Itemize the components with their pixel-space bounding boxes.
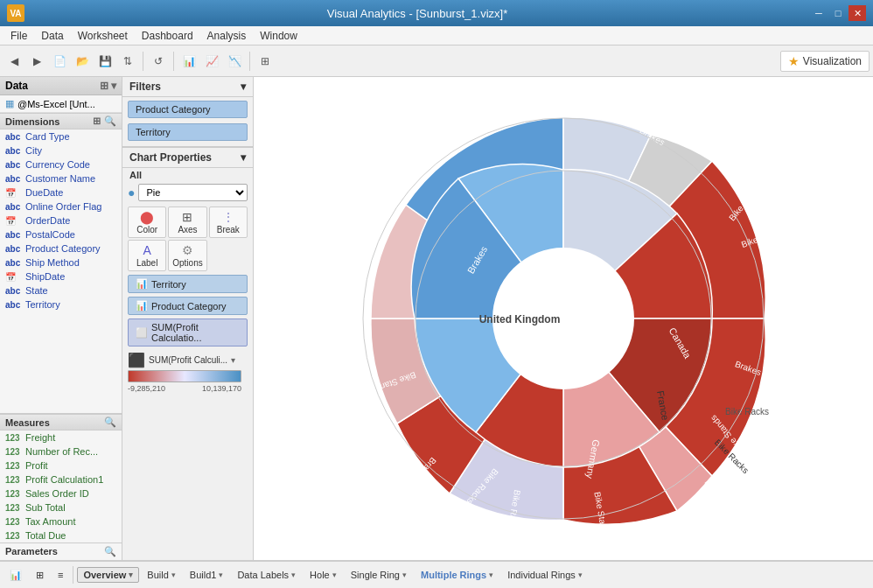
dim-territory[interactable]: abc Territory [0,298,122,312]
visualization-button[interactable]: ★ Visualization [780,51,870,72]
dim-currency-code[interactable]: abc Currency Code [0,158,122,172]
chart3-button[interactable]: 📉 [224,51,245,72]
menu-worksheet[interactable]: Worksheet [71,28,135,44]
forward-button[interactable]: ▶ [26,51,47,72]
filter-button[interactable]: ⊞ [255,51,276,72]
menu-file[interactable]: File [3,28,34,44]
refresh-button[interactable]: ↺ [148,51,169,72]
tab-build-chevron: ▾ [171,570,176,579]
dim-customer-name[interactable]: abc Customer Name [0,172,122,186]
measures-section-header: Measures 🔍 [0,414,122,430]
dim-product-category[interactable]: abc Product Category [0,242,122,256]
filter-product-category[interactable]: Product Category [128,101,248,118]
dim-name: Currency Code [25,159,90,170]
tab-overview[interactable]: Overview ▾ [77,567,139,583]
axes-icon: ⊞ [182,210,192,224]
mea-name: Profit [25,460,48,471]
options-button[interactable]: ⚙ Options [168,240,206,271]
data-source-item[interactable]: ▦ @Ms-Excel [Unt... [0,95,122,113]
mea-num-rec[interactable]: 123 Number of Rec... [0,444,122,458]
tab-data-labels[interactable]: Data Labels ▾ [231,567,302,583]
tab-overview-label: Overview [83,570,126,580]
mea-profit-calc[interactable]: 123 Profit Calculation1 [0,472,122,486]
shelf-territory-label: Territory [151,279,186,290]
menu-analysis[interactable]: Analysis [200,28,254,44]
mea-type-icon: 123 [5,517,23,527]
color-button[interactable]: ⬤ Color [128,206,166,238]
bottom-list-icon[interactable]: ≡ [52,567,69,583]
left-panel: Data ⊞ ▾ ▦ @Ms-Excel [Unt... Dimensions … [0,77,122,560]
minimize-button[interactable]: ─ [810,5,828,21]
shelf-product-category[interactable]: 📊 Product Category [128,297,248,315]
mea-sales-order[interactable]: 123 Sales Order ID [0,486,122,500]
dim-duedate[interactable]: 📅 DueDate [0,186,122,200]
panel-chevron-icon[interactable]: ▾ [111,80,116,92]
dim-name: Ship Method [25,257,80,268]
menu-window[interactable]: Window [253,28,304,44]
sort-button[interactable]: ⇅ [117,51,138,72]
color-scale-dropdown[interactable]: ▾ [231,355,235,365]
bottom-chart-icon2[interactable]: ⊞ [30,567,50,584]
parameters-section[interactable]: Parameters 🔍 [0,542,122,560]
chart-props-dropdown-icon[interactable]: ▾ [241,151,246,164]
mea-name: Tax Amount [25,516,75,527]
color-scale-bar [128,370,241,382]
color-icon: ⬤ [140,210,154,224]
panel-grid-icon[interactable]: ⊞ [100,80,108,92]
dim-name: Product Category [25,243,101,254]
filter-territory[interactable]: Territory [128,123,248,141]
dim-type-icon: abc [5,174,23,184]
bottom-chart-icon1[interactable]: 📊 [3,567,28,584]
mea-tax-amount[interactable]: 123 Tax Amount [0,514,122,528]
open-button[interactable]: 📂 [72,51,93,72]
search-icon[interactable]: 🔍 [104,116,116,127]
params-search-icon[interactable]: 🔍 [104,546,116,557]
tab-build1-chevron: ▾ [219,570,223,579]
mea-sub-total[interactable]: 123 Sub Total [0,500,122,514]
maximize-button[interactable]: □ [829,5,847,21]
grid-icon[interactable]: ⊞ [93,116,101,127]
dim-ship-method[interactable]: abc Ship Method [0,256,122,270]
shelf-sum-profit[interactable]: ⬜ SUM(Profit Calculatio... [128,318,248,346]
shelf-territory[interactable]: 📊 Territory [128,275,248,293]
menu-data[interactable]: Data [34,28,70,44]
chart1-button[interactable]: 📊 [178,51,199,72]
mea-total-due[interactable]: 123 Total Due [0,528,122,542]
mea-profit[interactable]: 123 Profit [0,458,122,472]
chart-type-select[interactable]: Pie [138,184,248,201]
filters-dropdown-icon[interactable]: ▾ [241,80,246,93]
tab-multiple-rings[interactable]: Multiple Rings ▾ [415,567,499,583]
tab-build1[interactable]: Build1 ▾ [184,567,230,583]
tab-single-ring[interactable]: Single Ring ▾ [345,567,413,583]
menu-dashboard[interactable]: Dashboard [135,28,200,44]
tab-multiple-rings-chevron: ▾ [489,570,493,579]
mea-type-icon: 123 [5,531,23,541]
dim-city[interactable]: abc City [0,144,122,158]
dim-online-order[interactable]: abc Online Order Flag [0,200,122,214]
back-button[interactable]: ◀ [3,51,24,72]
data-panel-header: Data ⊞ ▾ [0,77,122,95]
svg-text:Brakes: Brakes [702,478,726,506]
save-button[interactable]: 💾 [94,51,115,72]
measures-label: Measures [5,417,50,428]
dim-orderdate[interactable]: 📅 OrderDate [0,214,122,228]
axes-button[interactable]: ⊞ Axes [168,206,206,238]
close-button[interactable]: ✕ [849,5,866,21]
dim-state[interactable]: abc State [0,284,122,298]
dim-type-icon: 📅 [5,272,23,282]
parameters-label: Parameters [5,546,58,557]
dim-card-type[interactable]: abc Card Type [0,130,122,144]
measures-search-icon[interactable]: 🔍 [104,416,116,428]
tab-individual-rings[interactable]: Individual Rings ▾ [501,567,589,583]
tab-build[interactable]: Build ▾ [141,567,181,583]
label-button[interactable]: A Label [128,240,166,271]
break-button[interactable]: ⋮ Break [209,206,248,238]
shelf-product-cat-icon: 📊 [136,300,148,312]
dim-postalcode[interactable]: abc PostalCode [0,228,122,242]
new-button[interactable]: 📄 [49,51,70,72]
chart2-button[interactable]: 📈 [201,51,222,72]
dim-shipdate[interactable]: 📅 ShipDate [0,270,122,284]
tab-hole[interactable]: Hole ▾ [304,567,343,583]
shelf-sum-icon: ⬜ [136,327,148,339]
mea-freight[interactable]: 123 Freight [0,430,122,444]
